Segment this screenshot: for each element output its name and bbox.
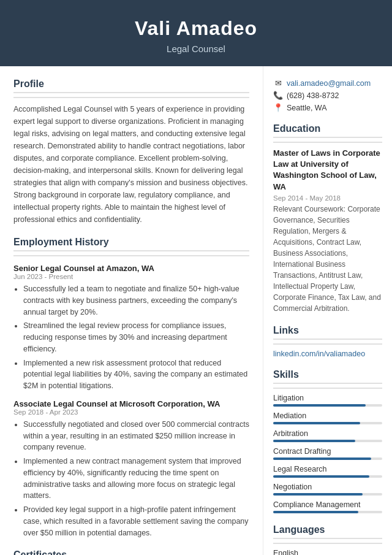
skill-bar-fill-0 [273, 404, 366, 407]
bullet-1-1: Successfully led a team to negotiate and… [23, 283, 249, 318]
skill-name-1: Mediation [273, 411, 382, 420]
bullet-2-2: Implemented a new contract management sy… [23, 456, 249, 502]
skill-bar-fill-1 [273, 422, 360, 424]
skill-bar-bg-1 [273, 422, 382, 424]
location-text: Seattle, WA [287, 104, 327, 112]
skill-bar-fill-2 [273, 440, 355, 442]
skill-bar-bg-6 [273, 511, 382, 513]
skill-name-2: Arbitration [273, 429, 382, 438]
skill-bar-bg-4 [273, 475, 382, 478]
job-date-2: Sep 2018 - Apr 2023 [13, 408, 249, 416]
links-heading: Links [273, 325, 382, 340]
bullet-1-2: Streamlined the legal review process for… [23, 320, 249, 354]
link-item-1: linkedin.com/in/valiamadeo [273, 350, 382, 358]
languages-heading: Languages [273, 524, 382, 539]
skill-name-6: Compliance Management [273, 500, 382, 509]
skill-bar-bg-3 [273, 457, 382, 460]
job-entry-1: Senior Legal Counsel at Amazon, WA Jun 2… [13, 264, 249, 392]
email-icon: ✉ [273, 78, 283, 88]
edu-date: Sep 2014 - May 2018 [273, 194, 382, 202]
linkedin-link[interactable]: linkedin.com/in/valiamadeo [273, 350, 365, 358]
right-column: ✉ vali.amadeo@gmail.com 📞 (628) 438-8732… [263, 66, 392, 555]
education-section: Education Master of Laws in Corporate La… [273, 123, 382, 314]
skill-item-5: Negotiation [273, 483, 382, 496]
employment-divider [13, 255, 249, 256]
skill-name-3: Contract Drafting [273, 447, 382, 456]
languages-list: English Indonesian [273, 549, 382, 555]
language-name-0: English [273, 549, 382, 555]
phone-icon: 📞 [273, 91, 283, 100]
skill-bar-fill-3 [273, 457, 371, 460]
skills-section: Skills Litigation Mediation Arbitration … [273, 369, 382, 513]
bullet-2-1: Successfully negotiated and closed over … [23, 419, 249, 453]
skill-bar-fill-5 [273, 493, 363, 496]
phone-text: (628) 438-8732 [287, 91, 339, 100]
skill-bar-bg-2 [273, 440, 382, 442]
skills-heading: Skills [273, 369, 382, 384]
skills-divider [273, 388, 382, 389]
contact-email: ✉ vali.amadeo@gmail.com [273, 78, 382, 88]
language-item-0: English [273, 549, 382, 555]
links-section: Links linkedin.com/in/valiamadeo [273, 325, 382, 358]
edu-degree: Master of Laws in Corporate Law at Unive… [273, 148, 382, 193]
job-date-1: Jun 2023 - Present [13, 273, 249, 280]
skill-item-2: Arbitration [273, 429, 382, 442]
candidate-name: Vali Amadeo [12, 17, 380, 40]
skill-bar-fill-4 [273, 475, 369, 478]
skill-name-0: Litigation [273, 394, 382, 402]
skill-item-4: Legal Research [273, 465, 382, 478]
contact-location: 📍 Seattle, WA [273, 103, 382, 112]
languages-section: Languages English Indonesian [273, 524, 382, 555]
certificates-heading: Certificates [13, 549, 249, 555]
profile-divider [13, 97, 249, 98]
skill-item-3: Contract Drafting [273, 447, 382, 460]
profile-section: Profile Accomplished Legal Counsel with … [13, 78, 249, 226]
skill-bar-fill-6 [273, 511, 358, 513]
contact-section: ✉ vali.amadeo@gmail.com 📞 (628) 438-8732… [273, 78, 382, 112]
skill-bar-bg-0 [273, 404, 382, 407]
employment-section: Employment History Senior Legal Counsel … [13, 237, 249, 538]
job-bullets-2: Successfully negotiated and closed over … [13, 419, 249, 539]
email-link[interactable]: vali.amadeo@gmail.com [287, 79, 371, 88]
profile-heading: Profile [13, 78, 249, 93]
profile-text: Accomplished Legal Counsel with 5 years … [13, 103, 249, 226]
edu-coursework: Relevant Coursework: Corporate Governanc… [273, 204, 382, 314]
skills-list: Litigation Mediation Arbitration Contrac… [273, 394, 382, 513]
skill-item-0: Litigation [273, 394, 382, 407]
skill-name-5: Negotiation [273, 483, 382, 491]
job-bullets-1: Successfully led a team to negotiate and… [13, 283, 249, 392]
bullet-1-3: Implemented a new risk assessment protoc… [23, 358, 249, 392]
left-column: Profile Accomplished Legal Counsel with … [0, 66, 263, 555]
main-layout: Profile Accomplished Legal Counsel with … [0, 66, 392, 555]
bullet-2-3: Provided key legal support in a high-pro… [23, 504, 249, 538]
contact-phone: 📞 (628) 438-8732 [273, 91, 382, 100]
education-heading: Education [273, 123, 382, 138]
job-title-2: Associate Legal Counsel at Microsoft Cor… [13, 399, 249, 408]
links-divider [273, 343, 382, 345]
certificates-section: Certificates Certified Information Priva… [13, 549, 249, 555]
resume-header: Vali Amadeo Legal Counsel [0, 0, 392, 66]
location-icon: 📍 [273, 103, 283, 112]
languages-divider [273, 543, 382, 544]
skill-name-4: Legal Research [273, 465, 382, 473]
candidate-title: Legal Counsel [12, 44, 380, 54]
job-title-1: Senior Legal Counsel at Amazon, WA [13, 264, 249, 273]
employment-heading: Employment History [13, 237, 249, 251]
job-entry-2: Associate Legal Counsel at Microsoft Cor… [13, 399, 249, 539]
education-divider [273, 142, 382, 143]
skill-item-1: Mediation [273, 411, 382, 424]
skill-item-6: Compliance Management [273, 500, 382, 513]
skill-bar-bg-5 [273, 493, 382, 496]
